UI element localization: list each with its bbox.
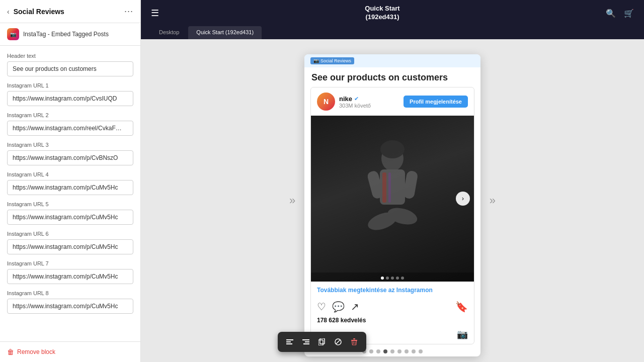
carousel-next-button[interactable]: › bbox=[456, 192, 470, 206]
svg-point-1 bbox=[380, 140, 405, 158]
widget-label-bar: 📷 Social Reviews bbox=[304, 54, 480, 67]
page-dot-6[interactable] bbox=[397, 349, 401, 353]
comment-icon[interactable]: 💬 bbox=[332, 301, 345, 313]
instagram-url-5-input[interactable] bbox=[7, 210, 133, 225]
disable-button[interactable] bbox=[331, 335, 345, 349]
page-dot-4[interactable] bbox=[383, 349, 387, 353]
bookmark-icon[interactable]: 🔖 bbox=[455, 301, 468, 313]
header-text-input[interactable] bbox=[7, 61, 133, 76]
svg-rect-20 bbox=[353, 338, 355, 339]
page-dot-7[interactable] bbox=[405, 349, 409, 353]
card-actions: ♡ 💬 ↗ 🔖 bbox=[311, 299, 474, 317]
trash-icon: 🗑 bbox=[7, 348, 14, 356]
view-profile-button[interactable]: Profil megjelenítése bbox=[404, 96, 468, 108]
field-label-url1: Instagram URL 1 bbox=[7, 82, 133, 88]
plugin-name: InstaTag - Embed Tagged Posts bbox=[23, 31, 109, 38]
page-dot-2[interactable] bbox=[369, 349, 373, 353]
left-panel: ‹ Social Reviews ··· 📷 InstaTag - Embed … bbox=[0, 0, 141, 362]
carousel-dot-4[interactable] bbox=[396, 277, 399, 280]
tab-desktop[interactable]: Desktop bbox=[151, 26, 187, 39]
copy-button[interactable] bbox=[315, 335, 329, 349]
tab-quick-start[interactable]: Quick Start (192ed431) bbox=[188, 26, 262, 39]
carousel-dot-5[interactable] bbox=[401, 277, 404, 280]
carousel-dot-1[interactable] bbox=[381, 277, 384, 280]
remove-block-button[interactable]: 🗑 Remove block bbox=[0, 341, 140, 362]
field-label-url2: Instagram URL 2 bbox=[7, 112, 133, 118]
page-dot-8[interactable] bbox=[412, 349, 416, 353]
svg-rect-12 bbox=[302, 339, 309, 340]
carousel-dot-3[interactable] bbox=[391, 277, 394, 280]
instagram-card: N nike ✔ 303M követő Profil megjelenítés… bbox=[310, 87, 474, 344]
align-right-button[interactable] bbox=[299, 335, 313, 349]
widget-badge: 📷 Social Reviews bbox=[310, 57, 354, 64]
instagram-url-7-input[interactable] bbox=[7, 269, 133, 284]
carousel-dots bbox=[311, 273, 474, 282]
back-arrow-icon[interactable]: ‹ bbox=[7, 8, 10, 16]
align-right-icon bbox=[302, 338, 309, 345]
instagram-url-6-input[interactable] bbox=[7, 239, 133, 254]
field-label-url8: Instagram URL 8 bbox=[7, 290, 133, 296]
field-label-url6: Instagram URL 6 bbox=[7, 231, 133, 237]
page-dot-9[interactable] bbox=[419, 349, 423, 353]
instagram-icon: 📷 bbox=[457, 329, 468, 340]
more-options-icon[interactable]: ··· bbox=[124, 6, 133, 17]
profile-followers: 303M követő bbox=[339, 103, 371, 109]
outer-next-arrow-icon[interactable]: » bbox=[490, 194, 496, 207]
bottom-toolbar bbox=[278, 332, 366, 352]
share-icon[interactable]: ↗ bbox=[351, 301, 359, 313]
cart-icon[interactable]: 🛒 bbox=[624, 9, 634, 18]
panel-title: Social Reviews bbox=[14, 8, 64, 16]
avatar: N bbox=[317, 93, 335, 111]
instagram-url-4-input[interactable] bbox=[7, 180, 133, 195]
instagram-url-1-input[interactable] bbox=[7, 91, 133, 106]
svg-rect-8 bbox=[388, 172, 391, 203]
likes-count: 178 628 kedvelés bbox=[311, 317, 474, 327]
field-label-url5: Instagram URL 5 bbox=[7, 201, 133, 207]
top-bar: ☰ Quick Start (192ed431) 🔍 🛒 bbox=[141, 0, 644, 26]
card-image: › bbox=[311, 116, 474, 282]
carousel-dot-2[interactable] bbox=[386, 277, 389, 280]
plugin-icon: 📷 bbox=[7, 28, 19, 40]
svg-rect-11 bbox=[286, 343, 292, 344]
widget-title: See our products on customers bbox=[304, 67, 480, 87]
align-left-button[interactable] bbox=[283, 335, 297, 349]
top-bar-title: Quick Start (192ed431) bbox=[365, 5, 399, 22]
widget-badge-text: Social Reviews bbox=[320, 58, 351, 63]
delete-icon bbox=[351, 338, 358, 345]
heart-icon[interactable]: ♡ bbox=[317, 301, 326, 313]
instagram-url-3-input[interactable] bbox=[7, 150, 133, 165]
person-silhouette bbox=[357, 128, 428, 269]
page-dot-3[interactable] bbox=[376, 349, 380, 353]
svg-rect-7 bbox=[382, 172, 386, 203]
preview-tabs: Desktop Quick Start (192ed431) bbox=[141, 26, 644, 39]
verified-icon: ✔ bbox=[354, 96, 359, 102]
instagram-url-2-input[interactable] bbox=[7, 121, 133, 136]
search-icon[interactable]: 🔍 bbox=[606, 9, 616, 18]
preview-wrapper: » 📷 Social Reviews See our products on c… bbox=[304, 44, 480, 356]
view-instagram-link[interactable]: Továbbiak megtekintése az Instagramon bbox=[311, 282, 474, 299]
profile-left: N nike ✔ 303M követő bbox=[317, 93, 371, 111]
svg-line-18 bbox=[336, 340, 340, 344]
profile-info: nike ✔ 303M követő bbox=[339, 95, 371, 109]
top-bar-icons: 🔍 🛒 bbox=[606, 9, 634, 18]
page-dot-5[interactable] bbox=[390, 349, 394, 353]
panel-header-left: ‹ Social Reviews bbox=[7, 8, 64, 16]
field-label-url3: Instagram URL 3 bbox=[7, 142, 133, 148]
svg-rect-13 bbox=[305, 341, 309, 342]
hamburger-icon[interactable]: ☰ bbox=[151, 8, 159, 19]
svg-rect-9 bbox=[286, 339, 293, 340]
outer-prev-arrow-icon[interactable]: » bbox=[289, 194, 295, 207]
field-label-url7: Instagram URL 7 bbox=[7, 260, 133, 266]
phone-preview: 📷 Social Reviews See our products on cus… bbox=[304, 54, 480, 356]
svg-rect-16 bbox=[318, 340, 323, 345]
plugin-row: 📷 InstaTag - Embed Tagged Posts bbox=[0, 23, 140, 46]
delete-button[interactable] bbox=[347, 335, 361, 349]
copy-icon bbox=[318, 338, 326, 345]
profile-name: nike bbox=[339, 95, 352, 103]
profile-name-row: nike ✔ bbox=[339, 95, 371, 103]
right-area: ☰ Quick Start (192ed431) 🔍 🛒 Desktop Qui… bbox=[141, 0, 644, 362]
remove-block-label: Remove block bbox=[17, 348, 55, 355]
field-label-header: Header text bbox=[7, 53, 133, 59]
instagram-url-8-input[interactable] bbox=[7, 299, 133, 314]
card-profile-row: N nike ✔ 303M követő Profil megjelenítés… bbox=[311, 87, 474, 116]
